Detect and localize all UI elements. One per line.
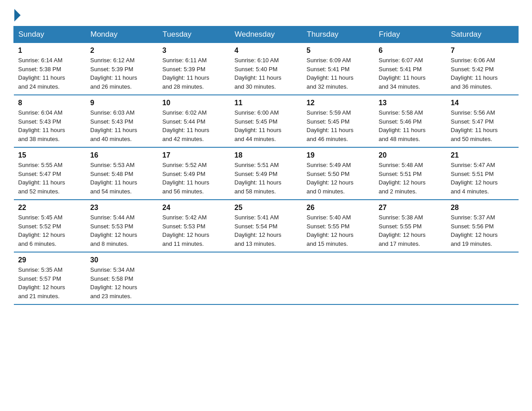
calendar-cell: 4Sunrise: 6:10 AM Sunset: 5:40 PM Daylig… bbox=[230, 43, 302, 95]
day-of-week-header: Thursday bbox=[302, 26, 374, 43]
calendar-cell: 7Sunrise: 6:06 AM Sunset: 5:42 PM Daylig… bbox=[446, 43, 519, 95]
calendar-week-row: 22Sunrise: 5:45 AM Sunset: 5:52 PM Dayli… bbox=[14, 200, 519, 252]
day-number: 5 bbox=[307, 47, 370, 55]
day-info: Sunrise: 6:07 AM Sunset: 5:41 PM Dayligh… bbox=[379, 56, 442, 91]
day-info: Sunrise: 6:00 AM Sunset: 5:45 PM Dayligh… bbox=[235, 108, 298, 143]
day-info: Sunrise: 5:42 AM Sunset: 5:53 PM Dayligh… bbox=[163, 213, 226, 248]
calendar-week-row: 15Sunrise: 5:55 AM Sunset: 5:47 PM Dayli… bbox=[14, 147, 519, 200]
day-number: 11 bbox=[235, 99, 298, 107]
day-info: Sunrise: 5:37 AM Sunset: 5:56 PM Dayligh… bbox=[451, 213, 514, 248]
calendar-cell: 22Sunrise: 5:45 AM Sunset: 5:52 PM Dayli… bbox=[14, 200, 86, 252]
day-number: 18 bbox=[235, 151, 298, 159]
calendar-cell: 26Sunrise: 5:40 AM Sunset: 5:55 PM Dayli… bbox=[302, 200, 374, 252]
calendar-cell: 18Sunrise: 5:51 AM Sunset: 5:49 PM Dayli… bbox=[230, 147, 302, 200]
calendar-week-row: 29Sunrise: 5:35 AM Sunset: 5:57 PM Dayli… bbox=[14, 252, 519, 304]
header-row: SundayMondayTuesdayWednesdayThursdayFrid… bbox=[14, 26, 519, 43]
day-info: Sunrise: 5:47 AM Sunset: 5:51 PM Dayligh… bbox=[451, 161, 514, 196]
calendar-cell: 19Sunrise: 5:49 AM Sunset: 5:50 PM Dayli… bbox=[302, 147, 374, 200]
day-number: 14 bbox=[451, 99, 514, 107]
calendar-cell: 6Sunrise: 6:07 AM Sunset: 5:41 PM Daylig… bbox=[374, 43, 446, 95]
calendar-cell: 23Sunrise: 5:44 AM Sunset: 5:53 PM Dayli… bbox=[86, 200, 158, 252]
calendar-header: SundayMondayTuesdayWednesdayThursdayFrid… bbox=[14, 26, 519, 43]
day-number: 30 bbox=[90, 256, 154, 264]
calendar-week-row: 8Sunrise: 6:04 AM Sunset: 5:43 PM Daylig… bbox=[14, 95, 519, 147]
calendar-cell: 8Sunrise: 6:04 AM Sunset: 5:43 PM Daylig… bbox=[14, 95, 86, 147]
day-info: Sunrise: 5:55 AM Sunset: 5:47 PM Dayligh… bbox=[18, 161, 82, 196]
day-info: Sunrise: 5:48 AM Sunset: 5:51 PM Dayligh… bbox=[379, 161, 442, 196]
calendar-cell: 9Sunrise: 6:03 AM Sunset: 5:43 PM Daylig… bbox=[86, 95, 158, 147]
calendar-table: SundayMondayTuesdayWednesdayThursdayFrid… bbox=[13, 26, 519, 305]
day-number: 16 bbox=[90, 151, 154, 159]
day-info: Sunrise: 5:35 AM Sunset: 5:57 PM Dayligh… bbox=[18, 265, 82, 300]
day-number: 10 bbox=[163, 99, 226, 107]
day-number: 20 bbox=[379, 151, 442, 159]
calendar-cell: 1Sunrise: 6:14 AM Sunset: 5:38 PM Daylig… bbox=[14, 43, 86, 95]
day-number: 13 bbox=[379, 99, 442, 107]
day-info: Sunrise: 5:45 AM Sunset: 5:52 PM Dayligh… bbox=[18, 213, 82, 248]
calendar-cell: 5Sunrise: 6:09 AM Sunset: 5:41 PM Daylig… bbox=[302, 43, 374, 95]
day-info: Sunrise: 6:09 AM Sunset: 5:41 PM Dayligh… bbox=[307, 56, 370, 91]
day-info: Sunrise: 5:34 AM Sunset: 5:58 PM Dayligh… bbox=[90, 265, 154, 300]
day-info: Sunrise: 5:51 AM Sunset: 5:49 PM Dayligh… bbox=[235, 161, 298, 196]
calendar-cell: 11Sunrise: 6:00 AM Sunset: 5:45 PM Dayli… bbox=[230, 95, 302, 147]
day-number: 1 bbox=[18, 47, 82, 55]
day-number: 26 bbox=[307, 204, 370, 212]
day-number: 29 bbox=[18, 256, 82, 264]
calendar-cell: 25Sunrise: 5:41 AM Sunset: 5:54 PM Dayli… bbox=[230, 200, 302, 252]
day-number: 6 bbox=[379, 47, 442, 55]
calendar-cell: 16Sunrise: 5:53 AM Sunset: 5:48 PM Dayli… bbox=[86, 147, 158, 200]
calendar-cell: 14Sunrise: 5:56 AM Sunset: 5:47 PM Dayli… bbox=[446, 95, 519, 147]
day-number: 25 bbox=[235, 204, 298, 212]
calendar-cell bbox=[302, 252, 374, 304]
day-info: Sunrise: 6:12 AM Sunset: 5:39 PM Dayligh… bbox=[90, 56, 154, 91]
calendar-cell: 24Sunrise: 5:42 AM Sunset: 5:53 PM Dayli… bbox=[158, 200, 230, 252]
day-number: 21 bbox=[451, 151, 514, 159]
calendar-cell bbox=[374, 252, 446, 304]
logo-arrow-icon bbox=[14, 9, 21, 21]
calendar-cell bbox=[230, 252, 302, 304]
day-info: Sunrise: 6:02 AM Sunset: 5:44 PM Dayligh… bbox=[163, 108, 226, 143]
day-info: Sunrise: 5:44 AM Sunset: 5:53 PM Dayligh… bbox=[90, 213, 154, 248]
day-of-week-header: Tuesday bbox=[158, 26, 230, 43]
calendar-cell: 21Sunrise: 5:47 AM Sunset: 5:51 PM Dayli… bbox=[446, 147, 519, 200]
calendar-cell: 10Sunrise: 6:02 AM Sunset: 5:44 PM Dayli… bbox=[158, 95, 230, 147]
page-header bbox=[13, 9, 519, 21]
day-info: Sunrise: 5:59 AM Sunset: 5:45 PM Dayligh… bbox=[307, 108, 370, 143]
day-info: Sunrise: 6:10 AM Sunset: 5:40 PM Dayligh… bbox=[235, 56, 298, 91]
day-of-week-header: Monday bbox=[86, 26, 158, 43]
day-number: 3 bbox=[163, 47, 226, 55]
day-info: Sunrise: 5:56 AM Sunset: 5:47 PM Dayligh… bbox=[451, 108, 514, 143]
calendar-cell: 13Sunrise: 5:58 AM Sunset: 5:46 PM Dayli… bbox=[374, 95, 446, 147]
calendar-cell: 20Sunrise: 5:48 AM Sunset: 5:51 PM Dayli… bbox=[374, 147, 446, 200]
day-info: Sunrise: 6:14 AM Sunset: 5:38 PM Dayligh… bbox=[18, 56, 82, 91]
calendar-cell: 28Sunrise: 5:37 AM Sunset: 5:56 PM Dayli… bbox=[446, 200, 519, 252]
day-number: 17 bbox=[163, 151, 226, 159]
day-number: 2 bbox=[90, 47, 154, 55]
day-number: 4 bbox=[235, 47, 298, 55]
day-info: Sunrise: 5:38 AM Sunset: 5:55 PM Dayligh… bbox=[379, 213, 442, 248]
calendar-cell: 3Sunrise: 6:11 AM Sunset: 5:39 PM Daylig… bbox=[158, 43, 230, 95]
logo bbox=[13, 9, 21, 21]
day-number: 15 bbox=[18, 151, 82, 159]
calendar-cell: 2Sunrise: 6:12 AM Sunset: 5:39 PM Daylig… bbox=[86, 43, 158, 95]
day-info: Sunrise: 6:03 AM Sunset: 5:43 PM Dayligh… bbox=[90, 108, 154, 143]
calendar-cell: 29Sunrise: 5:35 AM Sunset: 5:57 PM Dayli… bbox=[14, 252, 86, 304]
calendar-week-row: 1Sunrise: 6:14 AM Sunset: 5:38 PM Daylig… bbox=[14, 43, 519, 95]
calendar-cell bbox=[158, 252, 230, 304]
day-info: Sunrise: 5:40 AM Sunset: 5:55 PM Dayligh… bbox=[307, 213, 370, 248]
day-of-week-header: Sunday bbox=[14, 26, 86, 43]
calendar-cell bbox=[446, 252, 519, 304]
day-number: 8 bbox=[18, 99, 82, 107]
day-number: 28 bbox=[451, 204, 514, 212]
day-number: 23 bbox=[90, 204, 154, 212]
day-info: Sunrise: 5:53 AM Sunset: 5:48 PM Dayligh… bbox=[90, 161, 154, 196]
day-of-week-header: Saturday bbox=[446, 26, 519, 43]
day-number: 19 bbox=[307, 151, 370, 159]
day-info: Sunrise: 6:04 AM Sunset: 5:43 PM Dayligh… bbox=[18, 108, 82, 143]
day-info: Sunrise: 5:52 AM Sunset: 5:49 PM Dayligh… bbox=[163, 161, 226, 196]
day-number: 7 bbox=[451, 47, 514, 55]
calendar-cell: 30Sunrise: 5:34 AM Sunset: 5:58 PM Dayli… bbox=[86, 252, 158, 304]
day-number: 24 bbox=[163, 204, 226, 212]
calendar-cell: 17Sunrise: 5:52 AM Sunset: 5:49 PM Dayli… bbox=[158, 147, 230, 200]
calendar-cell: 12Sunrise: 5:59 AM Sunset: 5:45 PM Dayli… bbox=[302, 95, 374, 147]
